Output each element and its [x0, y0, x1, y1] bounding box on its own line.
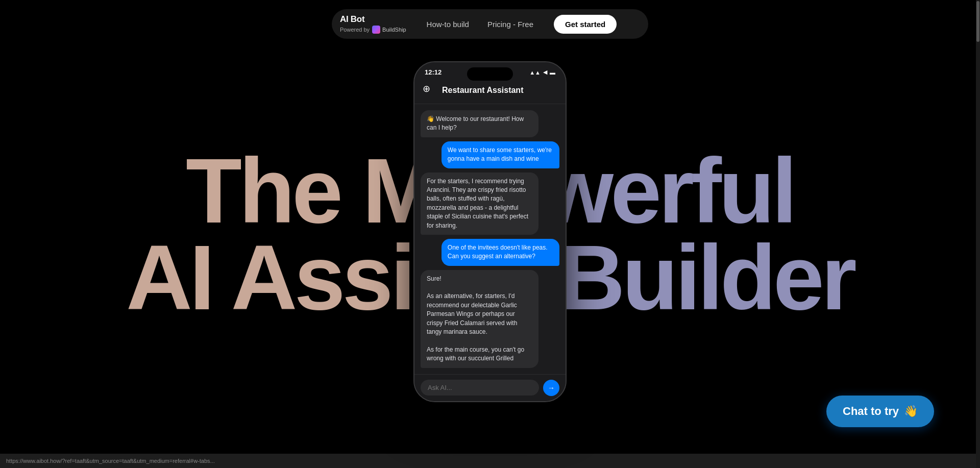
- message-1: 👋 Welcome to our restaurant! How can I h…: [421, 110, 538, 137]
- send-button[interactable]: →: [543, 380, 559, 396]
- chat-header: ⊕ Restaurant Assistant: [414, 78, 566, 104]
- wifi-icon: ◀: [543, 69, 547, 76]
- nav-link-how-to-build[interactable]: How-to build: [427, 20, 469, 29]
- navbar: AI Bot Powered by BuildShip How-to build…: [332, 9, 648, 39]
- brand-powered: Powered by BuildShip: [340, 26, 406, 34]
- cta-label: Chat to try: [843, 405, 899, 418]
- nav-links: How-to build Pricing - Free: [427, 20, 533, 29]
- chat-title: Restaurant Assistant: [442, 86, 523, 95]
- chat-input-bar: →: [414, 374, 566, 401]
- chat-to-try-button[interactable]: Chat to try 👋: [826, 396, 934, 427]
- message-4: One of the invitees doesn't like peas. C…: [442, 239, 559, 266]
- powered-by-label: Powered by: [340, 27, 370, 33]
- brand-name: AI Bot: [340, 14, 406, 24]
- message-5: Sure!As an alternative, for starters, I'…: [421, 270, 538, 368]
- signal-icon: ▲▲: [529, 69, 541, 76]
- hero-word-the: The: [186, 139, 362, 242]
- scrollbar[interactable]: [976, 0, 980, 468]
- buildship-logo: BuildShip: [372, 26, 406, 34]
- status-time: 12:12: [425, 68, 442, 76]
- message-3: For the starters, I recommend trying Ara…: [421, 173, 538, 235]
- get-started-button[interactable]: Get started: [554, 15, 617, 34]
- buildship-label: BuildShip: [382, 27, 406, 33]
- phone-mockup: 12:12 ▲▲ ◀ ▬ ⊕ Restaurant Assistant 👋 We…: [413, 61, 567, 402]
- browser-url: https://www.aibot.how/?ref=taaft&utm_sou…: [6, 458, 215, 464]
- hero-word-builder: Builder: [536, 226, 854, 329]
- messages-area: 👋 Welcome to our restaurant! How can I h…: [414, 104, 566, 374]
- message-2: We want to share some starters, we're go…: [442, 141, 559, 168]
- phone-container: 12:12 ▲▲ ◀ ▬ ⊕ Restaurant Assistant 👋 We…: [413, 61, 567, 402]
- dynamic-island: [467, 67, 513, 81]
- buildship-icon: [372, 26, 380, 34]
- chat-input[interactable]: [421, 380, 539, 396]
- cta-icon: 👋: [904, 405, 918, 418]
- chat-assistant-icon: ⊕: [423, 83, 437, 97]
- nav-link-pricing[interactable]: Pricing - Free: [487, 20, 533, 29]
- battery-icon: ▬: [550, 69, 555, 76]
- browser-bar: https://www.aibot.how/?ref=taaft&utm_sou…: [0, 454, 980, 468]
- brand: AI Bot Powered by BuildShip: [340, 14, 406, 34]
- status-icons: ▲▲ ◀ ▬: [529, 69, 555, 76]
- scrollbar-thumb[interactable]: [976, 1, 979, 42]
